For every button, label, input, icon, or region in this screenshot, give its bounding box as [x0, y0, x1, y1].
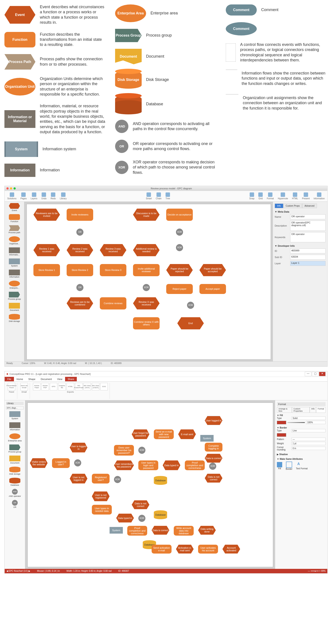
- diagram-node[interactable]: Data is not correct: [205, 474, 222, 482]
- diagram-node[interactable]: Decide on acceptance: [166, 208, 193, 221]
- name-field[interactable]: OR operator: [290, 214, 326, 219]
- adobe-pdf-button[interactable]: Adobe PDF: [41, 383, 49, 390]
- diagram-node[interactable]: User activates his account: [198, 545, 218, 554]
- diagram-node[interactable]: End: [177, 317, 204, 330]
- diagram-node[interactable]: Visitor enters the website: [30, 458, 48, 468]
- diagram-node[interactable]: Store Review 1: [33, 264, 60, 276]
- ms-powerpoint-button[interactable]: MS PowerPoint: [75, 383, 83, 390]
- chain-button[interactable]: Chain: [155, 192, 163, 200]
- html-export-button[interactable]: HTML: [67, 383, 74, 390]
- close-icon[interactable]: [6, 187, 9, 190]
- diagram-node[interactable]: User is logged in: [70, 443, 87, 452]
- shapes-library-panel[interactable]: Event Function Process path Organizat...…: [5, 202, 24, 361]
- library-button[interactable]: Library: [59, 192, 67, 200]
- diagram-node[interactable]: XOR: [138, 447, 146, 454]
- drawing-canvas[interactable]: Reviewers are to be invited Invite revie…: [24, 202, 273, 361]
- diagram-node[interactable]: User types in login and password: [138, 460, 158, 470]
- diagram-node[interactable]: XOR: [209, 463, 216, 470]
- html-button[interactable]: HTML: [291, 192, 299, 200]
- diagram-node[interactable]: Does user remember his password?: [114, 445, 134, 456]
- diagram-node[interactable]: Discussion is to be made: [133, 208, 160, 221]
- diagram-node[interactable]: User forgot his password: [132, 430, 149, 439]
- border-type-select[interactable]: Line: [292, 429, 326, 432]
- tab-view[interactable]: View: [54, 377, 65, 381]
- diagram-node-selected[interactable]: User logged in: [205, 416, 222, 425]
- diagram-node[interactable]: Reject paper: [166, 284, 193, 294]
- diagram-node[interactable]: Data typed in: [163, 460, 180, 470]
- pattern-select[interactable]: —: [292, 438, 326, 441]
- tab-info[interactable]: Info: [275, 204, 283, 208]
- fill-type-select[interactable]: Solid: [292, 416, 326, 420]
- layers-button[interactable]: Layers: [30, 192, 38, 200]
- ms-visio-vdx-button[interactable]: MS Visio (VDX): [83, 383, 91, 390]
- diagram-node[interactable]: Paper should be accepted: [199, 264, 226, 276]
- eps-button[interactable]: EPS: [50, 383, 57, 390]
- diagram-node[interactable]: Account activated: [222, 545, 240, 554]
- graphic-file-button[interactable]: Graphic file: [58, 383, 66, 390]
- minimize-button[interactable]: —: [305, 372, 312, 376]
- diagram-node[interactable]: User is not logged in: [70, 474, 87, 484]
- diagram-node[interactable]: XOR: [187, 302, 194, 309]
- presentation-panel-button[interactable]: Presentation Panel: [8, 383, 15, 390]
- grid-button[interactable]: Grid: [257, 192, 264, 200]
- same-border-button[interactable]: [286, 462, 292, 468]
- diagram-node[interactable]: XOR: [176, 244, 183, 251]
- diagram-node[interactable]: XOR: [74, 459, 81, 466]
- tab-custom-props[interactable]: Custom Props: [283, 204, 302, 208]
- svg-button[interactable]: SVG: [100, 383, 108, 390]
- format-button[interactable]: Format: [266, 192, 275, 200]
- diagram-node[interactable]: XOR: [138, 515, 146, 522]
- tree-button[interactable]: Tree: [165, 192, 171, 200]
- diagram-node[interactable]: Invite additional reviewer: [133, 264, 160, 276]
- diagram-node[interactable]: Combine reviews: [100, 297, 126, 310]
- same-text-button[interactable]: A: [296, 462, 301, 467]
- tab-format[interactable]: Format: [316, 407, 326, 413]
- diagram-node[interactable]: Combine review X with others: [133, 317, 160, 330]
- diagram-node[interactable]: User types in needed data: [92, 505, 112, 514]
- tab-share[interactable]: Share: [65, 377, 77, 381]
- minimize-icon[interactable]: [10, 187, 12, 190]
- drawing-canvas-2[interactable]: Visitor enters the website Logged in use…: [25, 400, 275, 569]
- diagram-node[interactable]: Proof completion and correctness: [185, 460, 205, 470]
- hypernote-button[interactable]: Hypernote: [277, 192, 289, 200]
- diagram-node[interactable]: System: [200, 435, 214, 442]
- diagram-node[interactable]: Reviewers are to be invited: [33, 208, 60, 221]
- diagram-node[interactable]: Database: [154, 476, 167, 485]
- close-button[interactable]: ✕: [319, 372, 326, 376]
- weight-input[interactable]: 1 pt: [292, 442, 326, 445]
- library-panel[interactable]: Library EPC diagr... System Information …: [5, 400, 25, 569]
- keywords-field[interactable]: OR operator: [290, 232, 326, 242]
- tab-info2[interactable]: Info: [310, 407, 316, 413]
- same-fill-button[interactable]: [277, 462, 282, 467]
- diagram-node[interactable]: Data is not correct: [132, 500, 149, 509]
- diagram-node[interactable]: User is not registered: [92, 492, 110, 501]
- pages-button[interactable]: Pages: [19, 192, 27, 200]
- diagram-node[interactable]: Review 1 was received: [33, 244, 60, 256]
- send-email-button[interactable]: Send via Email: [20, 383, 28, 390]
- diagram-node[interactable]: Data is correct: [205, 454, 222, 463]
- diagram-node[interactable]: Review 2 was received: [67, 244, 93, 256]
- smart-button[interactable]: Smart: [145, 192, 153, 200]
- diagram-node[interactable]: OR: [76, 228, 83, 236]
- snap-button[interactable]: Snap: [248, 192, 255, 200]
- diagram-node[interactable]: XOR: [176, 228, 183, 236]
- tab-customprops[interactable]: Custom Properties: [292, 407, 310, 413]
- diagram-node[interactable]: Activation e-mail sent: [176, 545, 194, 554]
- fill-color-swatch[interactable]: [277, 421, 286, 424]
- diagram-node[interactable]: XOR: [114, 476, 121, 483]
- zoom-icon[interactable]: [13, 187, 16, 190]
- diagram-node[interactable]: User remembers his password: [114, 460, 134, 470]
- diagram-node[interactable]: Database: [154, 510, 167, 519]
- diagram-node[interactable]: Data is correct: [152, 526, 169, 535]
- undo-button[interactable]: Undo: [40, 192, 48, 200]
- diagram-node[interactable]: Logged in user?: [52, 458, 70, 468]
- diagram-node[interactable]: Data writing done: [198, 526, 216, 535]
- diagram-node[interactable]: XOR: [143, 284, 150, 291]
- diagram-node[interactable]: Paper should be rejected: [166, 264, 193, 276]
- ms-visio-vsdx-button[interactable]: MS Visio (VSDX): [92, 383, 99, 390]
- description-field[interactable]: OR operator(EPC diagrams.cdl): [290, 220, 326, 231]
- tab-document[interactable]: Document: [38, 377, 54, 381]
- layer-select[interactable]: Layer 1: [290, 261, 326, 266]
- diagram-node[interactable]: Registered user?: [92, 474, 110, 484]
- information-button[interactable]: Information: [313, 192, 326, 200]
